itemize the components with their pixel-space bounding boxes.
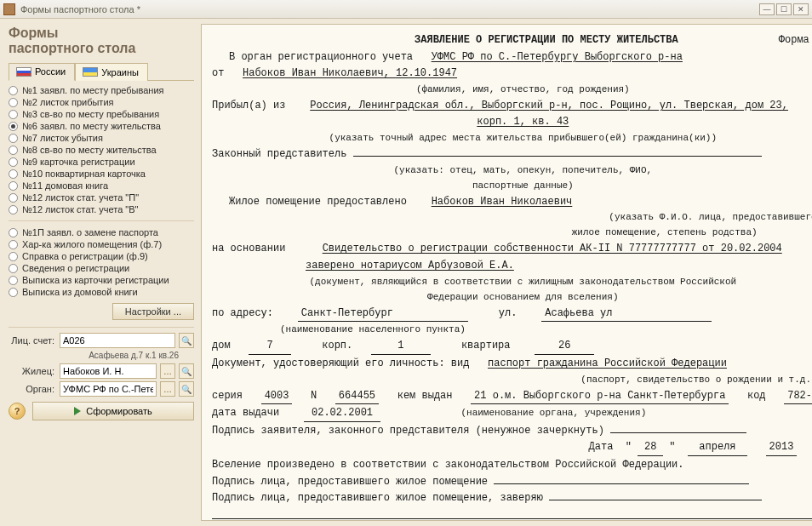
val-housing-by: Набоков Иван Николаевич <box>432 196 573 208</box>
form-radio-label: №8 св-во по месту жительства <box>22 145 157 155</box>
val-iddoc: паспорт гражданина Российской Федерации <box>488 357 727 369</box>
form-list-1: №1 заявл. по месту пребывания№2 листок п… <box>9 84 194 215</box>
form-radio-item[interactable]: №3 св-во по месту пребывания <box>9 108 194 120</box>
form-radio-label: №11 домовая книга <box>22 180 108 191</box>
flag-ua-icon <box>83 67 98 77</box>
form-radio-item[interactable]: №1 заявл. по месту пребывания <box>9 84 194 96</box>
app-icon <box>3 3 15 15</box>
form-radio-item[interactable]: №10 поквартирная карточка <box>9 168 194 180</box>
play-icon <box>74 407 81 415</box>
val-issue-date: 02.02.2001 <box>304 405 380 422</box>
val-year2: 2013 <box>758 520 790 521</box>
val-day2: 28 <box>630 520 655 521</box>
form-radio-label: №1П заявл. о замене паспорта <box>22 227 158 237</box>
tab-ukraine-label: Украины <box>101 67 139 77</box>
tenant-browse-button[interactable]: … <box>160 363 175 379</box>
form-radio-item[interactable]: №2 листок прибытия <box>9 96 194 108</box>
account-label: Лиц. счет: <box>9 335 56 346</box>
val-code: 782-019 <box>784 388 812 405</box>
form-radio-label: №1 заявл. по месту пребывания <box>22 85 164 95</box>
val-street: Асафьева ул <box>541 306 712 323</box>
val-year1: 2013 <box>766 439 798 456</box>
generate-label: Сформировать <box>86 406 152 416</box>
form-radio-item[interactable]: №6 заявл. по месту жительства <box>9 120 194 132</box>
radio-icon <box>9 276 18 285</box>
form-radio-label: Выписка из домовой книги <box>22 287 138 297</box>
form-radio-item[interactable]: Выписка из карточки регистрации <box>9 274 194 286</box>
val-arrived2: корп. 1, кв. 43 <box>477 116 569 128</box>
radio-icon <box>9 98 18 107</box>
organ-input[interactable] <box>60 381 157 397</box>
val-arrived1: Россия, Ленинградская обл., Выборгский р… <box>310 100 788 111</box>
form-radio-label: №7 листок убытия <box>22 133 103 143</box>
close-button[interactable]: ✕ <box>793 3 809 15</box>
form-radio-item[interactable]: Справка о регистрации (ф.9) <box>9 250 194 262</box>
tenant-input[interactable] <box>60 363 157 379</box>
form-list-2: №1П заявл. о замене паспортаХар-ка жилог… <box>9 226 194 298</box>
radio-icon <box>9 205 18 214</box>
form-radio-item[interactable]: №11 домовая книга <box>9 180 194 192</box>
val-num: 664455 <box>335 388 379 405</box>
val-house: 7 <box>249 338 291 355</box>
form-radio-label: Справка о регистрации (ф.9) <box>22 251 148 261</box>
radio-icon <box>9 110 18 119</box>
radio-icon <box>9 157 18 167</box>
radio-icon <box>9 288 18 297</box>
form-radio-item[interactable]: №12 листок стат. учета "П" <box>9 192 194 203</box>
account-input[interactable] <box>60 333 175 348</box>
organ-search-button[interactable]: 🔍 <box>179 381 194 397</box>
doc-title: ЗАЯВЛЕНИЕ О РЕГИСТРАЦИИ ПО МЕСТУ ЖИТЕЛЬС… <box>314 32 779 49</box>
form-radio-label: Сведения о регистрации <box>22 263 129 273</box>
address-hint: Асафьева д.7 к.1 кв.26 <box>9 351 194 360</box>
val-basis2: заверено нотариусом Арбузовой Е.А. <box>306 260 514 272</box>
window-title: Формы паспортного стола * <box>20 4 759 14</box>
tab-ukraine[interactable]: Украины <box>75 63 148 81</box>
account-row: Лиц. счет: 🔍 <box>9 333 194 348</box>
help-button[interactable]: ? <box>9 403 26 420</box>
form-radio-label: №12 листок стат. учета "В" <box>22 204 139 214</box>
val-month2: апреля <box>680 520 740 521</box>
account-search-button[interactable]: 🔍 <box>179 333 194 348</box>
val-flat: 26 <box>535 338 594 355</box>
radio-icon <box>9 146 18 155</box>
generate-button[interactable]: Сформировать <box>32 402 194 420</box>
organ-row: Орган: … 🔍 <box>9 381 194 397</box>
tenant-label: Жилец: <box>9 366 56 376</box>
form-radio-label: Хар-ка жилого помещения (ф.7) <box>22 239 162 249</box>
form-radio-item[interactable]: №12 листок стат. учета "В" <box>9 203 194 215</box>
document-preview: ЗАЯВЛЕНИЕ О РЕГИСТРАЦИИ ПО МЕСТУ ЖИТЕЛЬС… <box>201 24 812 521</box>
radio-icon <box>9 122 18 131</box>
maximize-button[interactable]: ☐ <box>776 3 792 15</box>
minimize-button[interactable]: — <box>759 3 775 15</box>
form-radio-label: №9 карточка регистрации <box>22 157 135 167</box>
val-korp: 1 <box>371 338 431 355</box>
form-radio-item[interactable]: №8 св-во по месту жительства <box>9 144 194 156</box>
form-radio-label: №6 заявл. по месту жительства <box>22 121 161 131</box>
radio-icon <box>9 193 18 203</box>
val-organ: УФМС РФ по С.-Петербургу Выборгского р-н… <box>432 51 683 63</box>
tenant-row: Жилец: … 🔍 <box>9 363 194 379</box>
form-radio-item[interactable]: Выписка из домовой книги <box>9 286 194 298</box>
form-radio-item[interactable]: Хар-ка жилого помещения (ф.7) <box>9 238 194 250</box>
flag-ru-icon <box>16 67 31 77</box>
val-issued: 21 о.м. Выборгского р-на Санкт-Петербург… <box>471 388 729 405</box>
form-radio-label: №10 поквартирная карточка <box>22 169 146 179</box>
radio-icon <box>9 252 18 261</box>
val-day1: 28 <box>638 439 663 456</box>
form-radio-label: №3 св-во по месту пребывания <box>22 109 159 119</box>
radio-icon <box>9 264 18 273</box>
tenant-search-button[interactable]: 🔍 <box>179 363 194 379</box>
organ-browse-button[interactable]: … <box>160 381 175 397</box>
tab-russia[interactable]: России <box>9 63 75 81</box>
form-radio-item[interactable]: №9 карточка регистрации <box>9 156 194 168</box>
val-city: Санкт-Петербург <box>298 306 468 323</box>
form-radio-item[interactable]: Сведения о регистрации <box>9 262 194 274</box>
settings-button[interactable]: Настройки ... <box>112 303 194 320</box>
radio-icon <box>9 134 18 143</box>
form-radio-label: Выписка из карточки регистрации <box>22 275 169 285</box>
country-tabs: России Украины <box>9 62 194 81</box>
sidebar: Формыпаспортного стола России Украины №1… <box>0 19 201 526</box>
radio-icon <box>9 181 18 191</box>
form-radio-item[interactable]: №1П заявл. о замене паспорта <box>9 226 194 238</box>
form-radio-item[interactable]: №7 листок убытия <box>9 132 194 144</box>
